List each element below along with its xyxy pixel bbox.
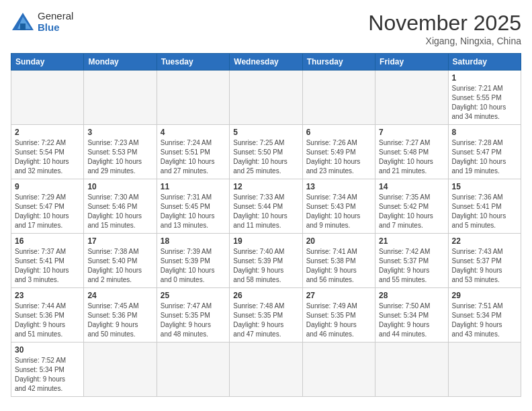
day-info: Sunrise: 7:42 AM Sunset: 5:37 PM Dayligh… [379, 247, 444, 285]
day-number: 20 [306, 236, 371, 246]
calendar-week-row: 1Sunrise: 7:21 AM Sunset: 5:55 PM Daylig… [11, 71, 521, 125]
page: General Blue November 2025 Xigang, Ningx… [0, 0, 532, 408]
calendar-day-cell [375, 71, 448, 125]
calendar-day-cell: 23Sunrise: 7:44 AM Sunset: 5:36 PM Dayli… [11, 288, 84, 342]
day-number: 9 [15, 182, 80, 191]
day-info: Sunrise: 7:41 AM Sunset: 5:38 PM Dayligh… [306, 247, 371, 285]
day-info: Sunrise: 7:44 AM Sunset: 5:36 PM Dayligh… [15, 302, 80, 339]
calendar-day-cell [302, 342, 375, 397]
day-number: 13 [306, 182, 371, 191]
day-number: 25 [161, 291, 226, 300]
calendar-day-cell: 1Sunrise: 7:21 AM Sunset: 5:55 PM Daylig… [448, 71, 521, 125]
day-info: Sunrise: 7:45 AM Sunset: 5:36 PM Dayligh… [87, 302, 152, 339]
day-info: Sunrise: 7:22 AM Sunset: 5:54 PM Dayligh… [15, 138, 80, 176]
calendar-day-cell: 10Sunrise: 7:30 AM Sunset: 5:46 PM Dayli… [84, 179, 157, 234]
calendar-day-cell: 9Sunrise: 7:29 AM Sunset: 5:47 PM Daylig… [11, 179, 84, 234]
day-number: 12 [233, 182, 298, 191]
day-info: Sunrise: 7:38 AM Sunset: 5:40 PM Dayligh… [87, 247, 152, 285]
calendar-week-row: 9Sunrise: 7:29 AM Sunset: 5:47 PM Daylig… [11, 179, 521, 234]
day-number: 18 [161, 236, 226, 246]
calendar-day-cell [84, 342, 157, 397]
svg-rect-2 [20, 24, 26, 30]
day-info: Sunrise: 7:49 AM Sunset: 5:35 PM Dayligh… [306, 302, 371, 339]
day-number: 10 [87, 182, 152, 191]
logo: General Blue [11, 11, 73, 33]
calendar-day-cell: 26Sunrise: 7:48 AM Sunset: 5:35 PM Dayli… [230, 288, 302, 342]
day-number: 26 [233, 291, 298, 300]
calendar-day-cell: 11Sunrise: 7:31 AM Sunset: 5:45 PM Dayli… [157, 179, 229, 234]
weekday-header: Saturday [448, 54, 521, 71]
day-number: 30 [15, 345, 80, 355]
calendar-day-cell: 22Sunrise: 7:43 AM Sunset: 5:37 PM Dayli… [448, 234, 521, 288]
day-number: 24 [87, 291, 152, 300]
day-info: Sunrise: 7:31 AM Sunset: 5:45 PM Dayligh… [161, 193, 226, 230]
weekday-header: Friday [375, 54, 448, 71]
calendar-day-cell: 24Sunrise: 7:45 AM Sunset: 5:36 PM Dayli… [84, 288, 157, 342]
calendar-day-cell [448, 342, 521, 397]
calendar-day-cell: 19Sunrise: 7:40 AM Sunset: 5:39 PM Dayli… [230, 234, 302, 288]
calendar-day-cell [84, 71, 157, 125]
day-number: 8 [452, 128, 517, 137]
title-section: November 2025 Xigang, Ningxia, China [368, 11, 521, 46]
weekday-header: Sunday [11, 54, 84, 71]
day-info: Sunrise: 7:28 AM Sunset: 5:47 PM Dayligh… [452, 138, 517, 176]
day-number: 16 [15, 236, 80, 246]
calendar-day-cell: 4Sunrise: 7:24 AM Sunset: 5:51 PM Daylig… [157, 125, 229, 179]
day-info: Sunrise: 7:33 AM Sunset: 5:44 PM Dayligh… [233, 193, 298, 230]
day-info: Sunrise: 7:23 AM Sunset: 5:53 PM Dayligh… [87, 138, 152, 176]
day-info: Sunrise: 7:51 AM Sunset: 5:34 PM Dayligh… [452, 302, 517, 339]
calendar-day-cell: 17Sunrise: 7:38 AM Sunset: 5:40 PM Dayli… [84, 234, 157, 288]
weekday-header: Thursday [302, 54, 375, 71]
logo-icon [11, 11, 35, 33]
day-number: 28 [379, 291, 444, 300]
day-info: Sunrise: 7:48 AM Sunset: 5:35 PM Dayligh… [233, 302, 298, 339]
calendar-day-cell [11, 71, 84, 125]
day-number: 11 [161, 182, 226, 191]
logo-text: General Blue [38, 11, 73, 33]
day-number: 17 [87, 236, 152, 246]
day-number: 6 [306, 128, 371, 137]
location: Xigang, Ningxia, China [368, 36, 521, 46]
day-number: 21 [379, 236, 444, 246]
weekday-header: Wednesday [230, 54, 302, 71]
day-number: 22 [452, 236, 517, 246]
day-info: Sunrise: 7:25 AM Sunset: 5:50 PM Dayligh… [233, 138, 298, 176]
day-info: Sunrise: 7:40 AM Sunset: 5:39 PM Dayligh… [233, 247, 298, 285]
calendar-day-cell: 5Sunrise: 7:25 AM Sunset: 5:50 PM Daylig… [230, 125, 302, 179]
calendar-day-cell: 13Sunrise: 7:34 AM Sunset: 5:43 PM Dayli… [302, 179, 375, 234]
calendar-day-cell [302, 71, 375, 125]
calendar-day-cell [375, 342, 448, 397]
calendar-day-cell: 27Sunrise: 7:49 AM Sunset: 5:35 PM Dayli… [302, 288, 375, 342]
weekday-header: Tuesday [157, 54, 229, 71]
calendar-day-cell [157, 342, 229, 397]
calendar-day-cell: 18Sunrise: 7:39 AM Sunset: 5:39 PM Dayli… [157, 234, 229, 288]
calendar-day-cell: 3Sunrise: 7:23 AM Sunset: 5:53 PM Daylig… [84, 125, 157, 179]
day-info: Sunrise: 7:34 AM Sunset: 5:43 PM Dayligh… [306, 193, 371, 230]
day-info: Sunrise: 7:37 AM Sunset: 5:41 PM Dayligh… [15, 247, 80, 285]
calendar-week-row: 30Sunrise: 7:52 AM Sunset: 5:34 PM Dayli… [11, 342, 521, 397]
day-info: Sunrise: 7:21 AM Sunset: 5:55 PM Dayligh… [452, 84, 517, 122]
calendar-day-cell: 20Sunrise: 7:41 AM Sunset: 5:38 PM Dayli… [302, 234, 375, 288]
day-info: Sunrise: 7:26 AM Sunset: 5:49 PM Dayligh… [306, 138, 371, 176]
calendar: SundayMondayTuesdayWednesdayThursdayFrid… [11, 53, 521, 397]
day-info: Sunrise: 7:30 AM Sunset: 5:46 PM Dayligh… [87, 193, 152, 230]
day-number: 23 [15, 291, 80, 300]
calendar-week-row: 2Sunrise: 7:22 AM Sunset: 5:54 PM Daylig… [11, 125, 521, 179]
day-info: Sunrise: 7:27 AM Sunset: 5:48 PM Dayligh… [379, 138, 444, 176]
calendar-day-cell: 30Sunrise: 7:52 AM Sunset: 5:34 PM Dayli… [11, 342, 84, 397]
calendar-day-cell [157, 71, 229, 125]
calendar-day-cell: 25Sunrise: 7:47 AM Sunset: 5:35 PM Dayli… [157, 288, 229, 342]
calendar-day-cell: 12Sunrise: 7:33 AM Sunset: 5:44 PM Dayli… [230, 179, 302, 234]
calendar-week-row: 16Sunrise: 7:37 AM Sunset: 5:41 PM Dayli… [11, 234, 521, 288]
day-number: 14 [379, 182, 444, 191]
calendar-day-cell: 15Sunrise: 7:36 AM Sunset: 5:41 PM Dayli… [448, 179, 521, 234]
calendar-day-cell [230, 342, 302, 397]
calendar-day-cell: 21Sunrise: 7:42 AM Sunset: 5:37 PM Dayli… [375, 234, 448, 288]
day-number: 15 [452, 182, 517, 191]
day-number: 27 [306, 291, 371, 300]
calendar-week-row: 23Sunrise: 7:44 AM Sunset: 5:36 PM Dayli… [11, 288, 521, 342]
header: General Blue November 2025 Xigang, Ningx… [11, 11, 521, 46]
day-number: 5 [233, 128, 298, 137]
day-number: 19 [233, 236, 298, 246]
weekday-header-row: SundayMondayTuesdayWednesdayThursdayFrid… [11, 54, 521, 71]
